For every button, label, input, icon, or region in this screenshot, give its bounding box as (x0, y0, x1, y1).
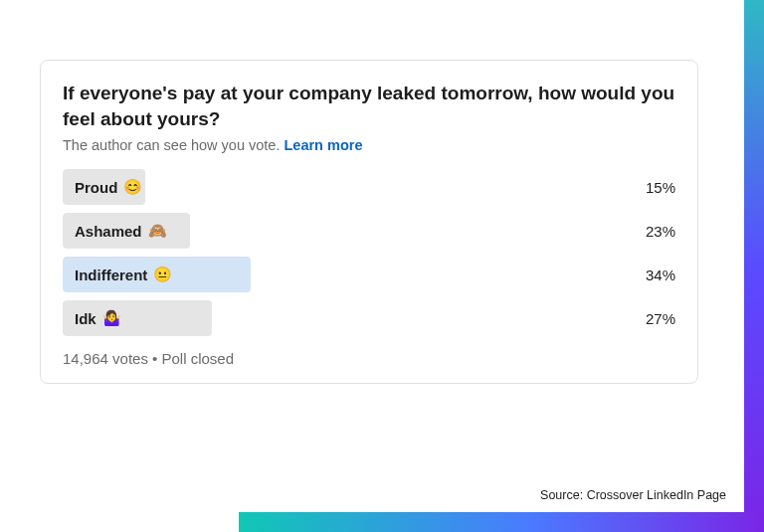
accent-border-right (744, 0, 764, 532)
poll-option-text: Indifferent (75, 266, 147, 283)
source-line: Source: Crossover LinkedIn Page (540, 488, 726, 502)
poll-status: Poll closed (162, 350, 235, 367)
poll-option[interactable]: Indifferent 😐 34% (63, 257, 675, 292)
poll-option-label: Indifferent 😐 (75, 257, 172, 292)
accent-border-bottom (239, 512, 764, 532)
poll-option-emoji: 😊 (123, 178, 142, 196)
learn-more-link[interactable]: Learn more (284, 137, 362, 153)
poll-bar-track: Proud 😊 (63, 169, 616, 205)
poll-option-percent: 15% (616, 179, 675, 196)
poll-option-text: Ashamed (75, 223, 142, 240)
poll-disclosure-text: The author can see how you vote. (63, 137, 284, 153)
footer-separator: • (148, 350, 162, 367)
poll-option-emoji: 😐 (153, 266, 172, 283)
poll-option-emoji: 🙈 (148, 222, 167, 240)
poll-option-label: Ashamed 🙈 (75, 213, 167, 249)
poll-bar-track: Ashamed 🙈 (63, 213, 616, 249)
poll-option-text: Proud (75, 179, 117, 196)
poll-option-label: Idk 🤷‍♀️ (75, 300, 121, 336)
poll-option-text: Idk (75, 310, 96, 327)
poll-option-percent: 27% (616, 310, 675, 327)
poll-option-percent: 23% (616, 223, 675, 240)
poll-option-label: Proud 😊 (75, 169, 142, 205)
poll-votes-count: 14,964 votes (63, 350, 148, 367)
poll-option[interactable]: Proud 😊 15% (63, 169, 675, 205)
poll-bar-track: Indifferent 😐 (63, 257, 616, 292)
poll-footer: 14,964 votes • Poll closed (63, 350, 675, 367)
poll-disclosure: The author can see how you vote. Learn m… (63, 137, 675, 153)
poll-option[interactable]: Ashamed 🙈 23% (63, 213, 675, 249)
poll-option-emoji: 🤷‍♀️ (102, 309, 121, 327)
poll-options: Proud 😊 15% Ashamed 🙈 23% Indifferent (63, 169, 675, 336)
poll-option-percent: 34% (616, 266, 675, 283)
poll-option[interactable]: Idk 🤷‍♀️ 27% (63, 300, 675, 336)
poll-question: If everyone's pay at your company leaked… (63, 81, 675, 131)
poll-bar-track: Idk 🤷‍♀️ (63, 300, 616, 336)
poll-card: If everyone's pay at your company leaked… (40, 60, 698, 384)
